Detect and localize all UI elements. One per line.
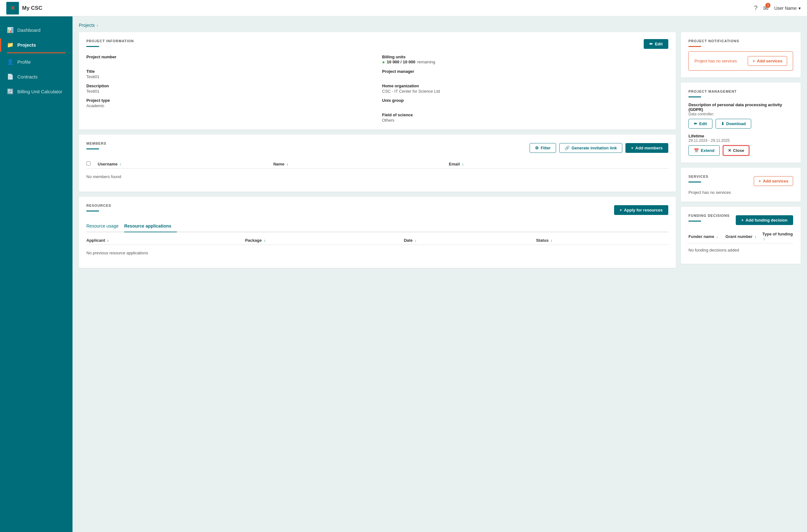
gdpr-download-button[interactable]: ⬇ Download <box>716 119 751 129</box>
grant-col-header: Grant number ↕ <box>725 234 762 239</box>
members-title: MEMBERS <box>87 141 106 145</box>
user-menu[interactable]: User Name ▾ <box>774 6 801 11</box>
members-underline <box>87 149 99 149</box>
services-card: SERVICES + Add services Project has no s… <box>681 168 801 202</box>
add-services-button[interactable]: + Add services <box>754 176 793 186</box>
services-empty-text: Project has no services <box>689 190 793 195</box>
notification-text: Project has no services <box>694 59 737 63</box>
funding-title-block: FUNDING DECISIONS <box>689 214 730 227</box>
tab-resource-applications[interactable]: Resource applications <box>124 221 177 232</box>
sidebar-item-profile[interactable]: 👤 Profile <box>0 55 73 69</box>
applicant-sort-icon[interactable]: ↕ <box>107 239 109 242</box>
project-number-label: Project number <box>87 55 373 59</box>
apply-resources-button[interactable]: + Apply for resources <box>614 205 668 215</box>
topnav-right: ? ✉ 1 User Name ▾ <box>754 4 801 12</box>
breadcrumb-projects[interactable]: Projects <box>79 23 95 28</box>
extend-button[interactable]: 📅 Extend <box>689 145 720 156</box>
projects-underline <box>7 52 65 53</box>
user-name: User Name <box>774 6 796 11</box>
project-info-header: PROJECT INFORMATION ✏ Edit <box>87 39 668 52</box>
billing-icon: 🔄 <box>7 88 14 95</box>
filter-button[interactable]: ⚙ Filter <box>530 143 556 153</box>
members-empty-text: No members found <box>87 174 121 179</box>
project-manager-field: Project manager <box>382 69 668 79</box>
package-sort-icon[interactable]: ↕ <box>264 239 266 242</box>
add-members-label: Add members <box>635 146 663 150</box>
resources-table-header: Applicant ↕ Package ↕ Date ↓ Status <box>87 235 668 245</box>
gdpr-actions: ✏ Edit ⬇ Download <box>689 119 793 129</box>
gdpr-edit-label: Edit <box>699 121 707 126</box>
plus-icon: + <box>620 208 622 212</box>
project-management-card: PROJECT MANAGEMENT Description of person… <box>681 82 801 163</box>
funding-table-header: Funder name ↓ Grant number ↕ Type of fun… <box>689 229 793 243</box>
add-members-button[interactable]: + Add members <box>625 143 668 153</box>
logo-icon[interactable] <box>6 2 19 15</box>
sidebar-item-dashboard[interactable]: 📊 Dashboard <box>0 23 73 38</box>
two-col-layout: PROJECT INFORMATION ✏ Edit Project numbe… <box>79 32 801 273</box>
members-empty-row: No members found <box>87 169 668 185</box>
plus-icon: + <box>631 146 634 150</box>
data-controller-label: Data controller: <box>689 112 793 116</box>
project-info-title: PROJECT INFORMATION <box>87 39 134 43</box>
notifications-title: PROJECT NOTIFICATIONS <box>689 39 793 43</box>
select-all-checkbox[interactable] <box>87 162 91 166</box>
contracts-icon: 📄 <box>7 73 14 80</box>
email-label: Email <box>449 162 460 166</box>
type-col-header: Type of funding ↕ <box>762 232 793 241</box>
edit-project-button[interactable]: ✏ Edit <box>644 39 668 49</box>
close-project-button[interactable]: ✕ Close <box>723 145 749 156</box>
funder-col-header: Funder name ↓ <box>689 234 725 239</box>
add-services-notification-button[interactable]: + Add services <box>748 56 787 66</box>
close-label: Close <box>733 148 744 153</box>
services-title: SERVICES <box>689 175 708 178</box>
sidebar-item-label: Projects <box>17 42 36 48</box>
plus-icon: + <box>752 59 755 63</box>
apply-label: Apply for resources <box>624 208 663 212</box>
project-notifications-card: PROJECT NOTIFICATIONS Project has no ser… <box>681 32 801 78</box>
lifetime-label: Lifetime <box>689 134 793 138</box>
project-info-title-block: PROJECT INFORMATION <box>87 39 134 52</box>
description-field: Description Testi01 <box>87 83 373 94</box>
grant-sort-icon[interactable]: ↕ <box>755 235 756 239</box>
project-type-field: Project type Academic <box>87 98 373 108</box>
dashboard-icon: 📊 <box>7 27 14 33</box>
billing-units-remaining: remaining <box>417 60 435 64</box>
name-sort-icon[interactable]: ↕ <box>286 162 288 166</box>
resources-title-block: RESOURCES <box>87 204 111 216</box>
funding-title: FUNDING DECISIONS <box>689 214 730 217</box>
col-main: PROJECT INFORMATION ✏ Edit Project numbe… <box>79 32 676 273</box>
date-sort-icon[interactable]: ↓ <box>415 239 417 242</box>
sidebar-item-contracts[interactable]: 📄 Contracts <box>0 69 73 84</box>
home-org-field: Home organization CSC - IT Center for Sc… <box>382 83 668 94</box>
status-sort-icon[interactable]: ↕ <box>551 239 552 242</box>
gdpr-download-label: Download <box>726 121 746 126</box>
email-sort-icon[interactable]: ↕ <box>462 162 464 166</box>
title-label: Title <box>87 69 373 74</box>
unix-group-field: Unix group <box>382 98 668 108</box>
project-type-label: Project type <box>87 98 373 103</box>
field-of-science-value: Others <box>382 118 668 122</box>
sidebar-item-projects[interactable]: 📁 Projects <box>0 38 73 52</box>
billing-units-label: Billing units <box>382 55 668 59</box>
name-label: Name <box>273 162 284 166</box>
notifications-icon[interactable]: ✉ 1 <box>763 4 769 12</box>
sidebar-item-billing[interactable]: 🔄 Billing Unit Calculator <box>0 84 73 99</box>
email-col-header: Email ↕ <box>449 162 668 166</box>
add-funding-button[interactable]: + Add funding decision <box>736 215 793 225</box>
edit-icon: ✏ <box>694 121 697 126</box>
tab-resource-usage[interactable]: Resource usage <box>87 221 124 232</box>
link-icon: 🔗 <box>565 146 570 150</box>
description-label: Description <box>87 83 373 88</box>
management-underline <box>689 96 701 97</box>
help-icon[interactable]: ? <box>754 4 757 12</box>
layout: 📊 Dashboard 📁 Projects 👤 Profile 📄 Contr… <box>0 16 807 532</box>
username-sort-icon[interactable]: ↑ <box>120 162 122 166</box>
gdpr-edit-button[interactable]: ✏ Edit <box>689 119 712 129</box>
resources-tabs: Resource usage Resource applications <box>87 221 668 232</box>
generate-invite-button[interactable]: 🔗 Generate invitation link <box>559 143 622 153</box>
notification-item: Project has no services + Add services <box>689 51 793 71</box>
type-sort-icon[interactable]: ↕ <box>763 237 765 241</box>
funder-sort-icon[interactable]: ↓ <box>716 235 718 239</box>
breadcrumb: Projects › <box>79 23 801 28</box>
title-field: Title Testi01 <box>87 69 373 79</box>
